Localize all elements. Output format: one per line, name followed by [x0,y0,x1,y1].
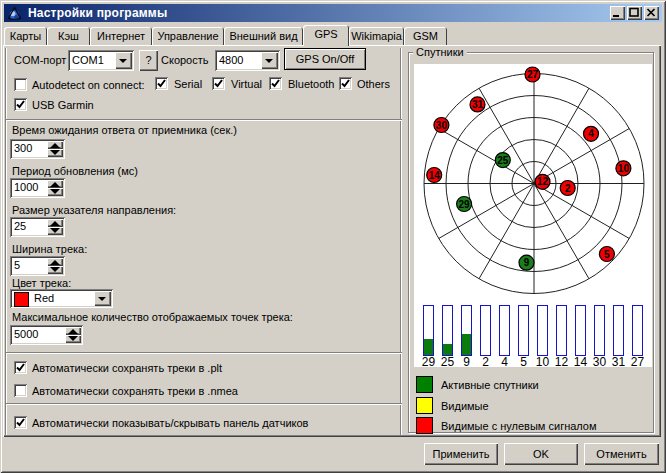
svg-text:14: 14 [429,170,441,181]
svg-text:12: 12 [537,176,549,187]
svg-text:9: 9 [524,257,530,268]
svg-text:4: 4 [501,355,508,367]
svg-text:31: 31 [612,355,626,367]
svg-text:2: 2 [482,355,489,367]
svg-text:27: 27 [527,69,539,80]
svg-text:29: 29 [459,199,471,210]
svg-text:5: 5 [520,355,527,367]
svg-text:10: 10 [618,163,630,174]
svg-text:14: 14 [574,355,588,367]
svg-text:10: 10 [536,355,550,367]
svg-text:12: 12 [555,355,569,367]
svg-text:27: 27 [631,355,645,367]
svg-text:9: 9 [463,355,470,367]
svg-text:25: 25 [497,155,509,166]
svg-text:25: 25 [441,355,455,367]
svg-text:4: 4 [588,128,594,139]
svg-text:29: 29 [422,355,436,367]
svg-text:31: 31 [472,99,484,110]
svg-text:2: 2 [565,183,571,194]
svg-text:30: 30 [436,120,448,131]
svg-text:5: 5 [604,249,610,260]
svg-text:30: 30 [593,355,607,367]
